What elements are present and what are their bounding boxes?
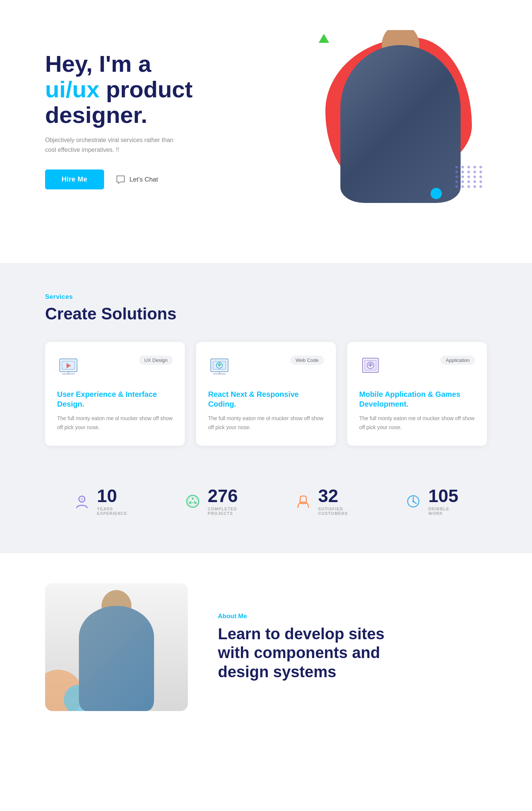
svg-point-18 bbox=[187, 495, 199, 507]
services-cards-grid: UX Design User Experience & Interface De… bbox=[45, 342, 487, 446]
services-title: Create Solutions bbox=[45, 304, 487, 323]
projects-icon bbox=[184, 493, 201, 510]
stat-dribble: 105 DRIBBLE WORK bbox=[405, 487, 458, 516]
service-card-ux: UX Design User Experience & Interface De… bbox=[45, 342, 185, 446]
stat-projects: 276 COMPLETED PROJECTS bbox=[184, 487, 238, 516]
stat-projects-number: 276 bbox=[208, 487, 238, 505]
svg-point-25 bbox=[412, 500, 414, 502]
stat-years-number: 10 bbox=[97, 487, 127, 505]
hero-image-area bbox=[292, 30, 487, 210]
stat-years: 10 YEARS EXPERIENCE bbox=[74, 487, 127, 516]
about-section: About Me Learn to develop sites with com… bbox=[0, 553, 532, 741]
stat-dribble-label: DRIBBLE WORK bbox=[428, 507, 458, 516]
app-icon bbox=[359, 356, 382, 378]
svg-point-7 bbox=[216, 362, 222, 368]
service-card-app: Application Mobile Application & Games D… bbox=[347, 342, 487, 446]
years-icon bbox=[74, 493, 90, 510]
svg-point-8 bbox=[219, 363, 221, 365]
lets-chat-button[interactable]: Let's Chat bbox=[115, 174, 158, 185]
web-icon bbox=[208, 356, 231, 378]
svg-point-20 bbox=[192, 498, 193, 499]
about-person-body bbox=[79, 606, 154, 711]
stat-projects-label: COMPLETED PROJECTS bbox=[208, 507, 238, 516]
hero-buttons: Hire Me Let's Chat bbox=[45, 169, 193, 189]
web-badge: Web Code bbox=[290, 356, 324, 365]
about-person-bg bbox=[45, 583, 188, 711]
customers-icon bbox=[295, 493, 311, 510]
dribble-icon bbox=[405, 493, 422, 510]
dots-decoration bbox=[455, 166, 483, 188]
circle-decoration bbox=[431, 188, 442, 199]
app-badge: Application bbox=[440, 356, 475, 365]
service-card-web: Web Code React Next & Responsive Coding.… bbox=[196, 342, 336, 446]
svg-point-17 bbox=[81, 498, 83, 500]
about-title: Learn to develop sites with components a… bbox=[218, 625, 487, 681]
spacer bbox=[0, 241, 532, 263]
ux-badge: UX Design bbox=[139, 356, 173, 365]
stat-customers: 32 SUTISFIED CUSTOMERS bbox=[295, 487, 348, 516]
ux-icon bbox=[57, 356, 80, 378]
stats-row: 10 YEARS EXPERIENCE bbox=[45, 472, 487, 523]
about-right: About Me Learn to develop sites with com… bbox=[218, 613, 487, 681]
hero-subtext: Objectively orchestrate viral services r… bbox=[45, 135, 180, 154]
app-card-title: Mobile Application & Games Development. bbox=[359, 389, 475, 409]
person-body bbox=[340, 45, 461, 203]
hero-left: Hey, I'm a ui/ux product designer. Objec… bbox=[45, 51, 193, 190]
hero-person-image bbox=[325, 30, 476, 203]
stat-dribble-number: 105 bbox=[428, 487, 458, 505]
stat-customers-label: SUTISFIED CUSTOMERS bbox=[318, 507, 348, 516]
services-section: Services Create Solutions UX Design User… bbox=[0, 263, 532, 553]
hero-section: Hey, I'm a ui/ux product designer. Objec… bbox=[0, 0, 532, 241]
card-top-web: Web Code bbox=[208, 356, 324, 378]
services-label: Services bbox=[45, 293, 487, 301]
chat-icon bbox=[115, 174, 126, 185]
card-top-app: Application bbox=[359, 356, 475, 378]
triangle-decoration bbox=[319, 34, 329, 43]
about-label: About Me bbox=[218, 613, 487, 620]
app-card-desc: The full monty eaton me ol mucker show o… bbox=[359, 414, 475, 432]
ux-card-title: User Experience & Interface Design. bbox=[57, 389, 173, 409]
hire-me-button[interactable]: Hire Me bbox=[45, 169, 104, 189]
web-card-desc: The full monty eaton me ol mucker show o… bbox=[208, 414, 324, 432]
about-image bbox=[45, 583, 188, 711]
stat-customers-number: 32 bbox=[318, 487, 348, 505]
web-card-title: React Next & Responsive Coding. bbox=[208, 389, 324, 409]
hero-heading: Hey, I'm a ui/ux product designer. bbox=[45, 51, 193, 128]
ux-card-desc: The full monty eaton me ol mucker show o… bbox=[57, 414, 173, 432]
stat-years-label: YEARS EXPERIENCE bbox=[97, 507, 127, 516]
card-top-ux: UX Design bbox=[57, 356, 173, 378]
